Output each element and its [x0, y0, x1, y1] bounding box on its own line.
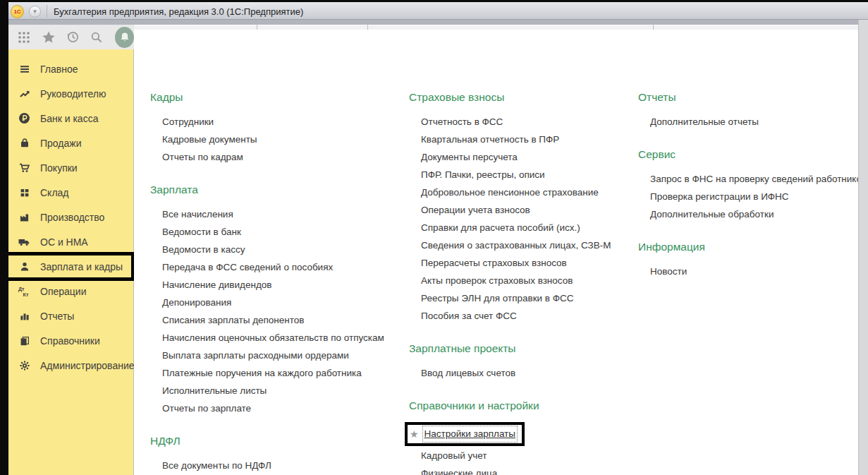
- dtkt-icon: ДтКт: [18, 285, 31, 298]
- link-item[interactable]: Начисления оценочных обязательств по отп…: [150, 329, 408, 347]
- sidebar-item-label: Руководителю: [40, 88, 106, 100]
- link-item[interactable]: Сведения о застрахованных лицах, СЗВ-М: [409, 236, 638, 254]
- link-item[interactable]: Физические лица: [409, 464, 638, 475]
- link-label: Добровольное пенсионное страхование: [421, 187, 599, 198]
- link-item[interactable]: Платежные поручения на каждого работника: [150, 364, 408, 382]
- system-menu-button[interactable]: ▼: [29, 6, 41, 18]
- link-label: Справки для расчета пособий (исх.): [421, 222, 580, 233]
- link-item[interactable]: Сотрудники: [150, 113, 408, 131]
- section-title: НДФЛ: [150, 434, 408, 448]
- link-label: Физические лица: [421, 468, 497, 475]
- 1c-logo-icon: 1С: [11, 5, 24, 18]
- sidebar-item-manager[interactable]: Руководителю: [8, 81, 133, 106]
- favorites-star-icon[interactable]: [42, 30, 56, 44]
- link-label: Списания зарплаты депонентов: [162, 315, 305, 325]
- link-label: Платежные поручения на каждого работника: [162, 368, 362, 378]
- link-item[interactable]: Кадровые документы: [150, 131, 408, 148]
- search-icon[interactable]: [90, 30, 103, 44]
- link-item[interactable]: Депонирования: [150, 294, 408, 311]
- sidebar-item-main[interactable]: Главное: [8, 56, 133, 81]
- link-item[interactable]: Исполнительные листы: [150, 382, 408, 399]
- history-icon[interactable]: [66, 30, 80, 44]
- link-label: Отчетность в ФСС: [421, 116, 503, 127]
- apps-grid-icon[interactable]: [17, 30, 31, 44]
- sidebar-item-salary-hr[interactable]: Зарплата и кадры: [8, 254, 133, 279]
- link-item[interactable]: Реестры ЭЛН для отправки в ФСС: [409, 289, 638, 307]
- sidebar-item-label: Отчеты: [40, 311, 74, 322]
- link-item[interactable]: Проверка регистрации в ИФНС: [638, 188, 853, 205]
- window-frame-top: [0, 0, 868, 2]
- sidebar-item-administration[interactable]: Администрирование: [8, 353, 133, 378]
- link-item[interactable]: Ввод лицевых счетов: [409, 364, 638, 382]
- link-item[interactable]: Пособия за счет ФСС: [409, 307, 638, 325]
- link-item[interactable]: Передача в ФСС сведений о пособиях: [150, 258, 408, 276]
- sidebar-item-label: ОС и НМА: [40, 236, 88, 248]
- sidebar-item-directories[interactable]: Справочники: [8, 328, 133, 353]
- link-item[interactable]: Отчеты по кадрам: [150, 148, 408, 166]
- link-item[interactable]: Начисление дивидендов: [150, 276, 408, 294]
- cart-icon: [18, 162, 31, 174]
- link-item[interactable]: Документы персучета: [409, 148, 638, 166]
- link-item[interactable]: Отчетность в ФСС: [409, 113, 638, 131]
- link-label: ПФР. Пачки, реестры, описи: [421, 169, 545, 180]
- titlebar-divider: [47, 5, 47, 18]
- sidebar-item-label: Зарплата и кадры: [40, 261, 123, 272]
- link-item[interactable]: Справки для расчета пособий (исх.): [409, 219, 638, 236]
- link-item[interactable]: Акты проверок страховых взносов: [409, 272, 638, 289]
- svg-text:Дт: Дт: [18, 287, 25, 292]
- link-item[interactable]: Все документы по НДФЛ: [150, 457, 408, 474]
- link-item[interactable]: Запрос в ФНС на проверку сведений работн…: [638, 170, 853, 188]
- section-title: Страховые взносы: [409, 90, 638, 104]
- sidebar-item-os-nma[interactable]: ОС и НМА: [8, 229, 133, 254]
- link-label: Начисления оценочных обязательств по отп…: [162, 332, 384, 343]
- link-item[interactable]: Операции учета взносов: [409, 201, 638, 219]
- link-item[interactable]: ПФР. Пачки, реестры, описи: [409, 166, 638, 184]
- link-item[interactable]: Добровольное пенсионное страхование: [409, 184, 638, 201]
- ruble-icon: [18, 112, 31, 125]
- sidebar-item-label: Производство: [40, 212, 104, 223]
- link-item[interactable]: Дополнительные обработки: [638, 205, 853, 223]
- link-item[interactable]: Выплата зарплаты расходными ордерами: [150, 347, 408, 364]
- section-title: Сервис: [638, 148, 853, 162]
- truck-icon: [18, 236, 31, 248]
- link-label: Все начисления: [162, 209, 233, 220]
- sidebar-item-warehouse[interactable]: Склад: [8, 180, 133, 205]
- sidebar-item-production[interactable]: Производство: [8, 205, 133, 229]
- functions-column-2: Страховые взносыОтчетность в ФССКварталь…: [409, 30, 638, 475]
- link-item[interactable]: Все начисления: [150, 205, 408, 223]
- sidebar-item-label: Администрирование: [40, 360, 135, 371]
- sidebar-item-purchases[interactable]: Покупки: [8, 155, 133, 180]
- notifications-bell-icon[interactable]: [115, 27, 134, 48]
- link-item[interactable]: Списания зарплаты депонентов: [150, 311, 408, 329]
- favorite-star-icon[interactable]: ★: [410, 429, 419, 439]
- link-label: Документы персучета: [421, 152, 518, 162]
- link-item[interactable]: Перерасчеты страховых взносов: [409, 254, 638, 272]
- link-item[interactable]: Дополнительные отчеты: [638, 113, 853, 131]
- sidebar-item-label: Банк и касса: [40, 113, 98, 124]
- grid-icon: [18, 186, 31, 199]
- sidebar-item-operations[interactable]: ДтКтОперации: [8, 279, 133, 303]
- link-label: Ввод лицевых счетов: [421, 368, 515, 378]
- section-title: Зарплата: [150, 183, 408, 197]
- section-title: Информация: [638, 240, 853, 254]
- sections-sidebar: ГлавноеРуководителюБанк и кассаПродажиПо…: [8, 49, 134, 475]
- link-item[interactable]: Ведомости в кассу: [150, 241, 408, 258]
- sidebar-item-sales[interactable]: Продажи: [8, 131, 133, 155]
- link-label: Кадровые документы: [162, 134, 257, 145]
- sidebar-item-reports[interactable]: Отчеты: [8, 303, 133, 328]
- tab-strip: [8, 20, 868, 25]
- sidebar-item-bank-cash[interactable]: Банк и касса: [8, 106, 133, 131]
- section-title: Отчеты: [638, 90, 853, 104]
- link-item[interactable]: ★Настройки зарплаты: [405, 422, 525, 446]
- link-item[interactable]: Ведомости в банк: [150, 223, 408, 241]
- sidebar-item-label: Операции: [40, 286, 87, 297]
- link-label: Операции учета взносов: [421, 205, 530, 215]
- link-item[interactable]: Отчеты по зарплате: [150, 399, 408, 417]
- sidebar-item-label: Главное: [40, 64, 78, 75]
- link-item[interactable]: Квартальная отчетность в ПФР: [409, 131, 638, 148]
- link-item[interactable]: Новости: [638, 263, 853, 280]
- gear-icon: [18, 359, 31, 372]
- link-label: Депонирования: [162, 297, 231, 308]
- link-item[interactable]: Кадровый учет: [409, 447, 638, 464]
- bar-chart-icon: [18, 310, 31, 323]
